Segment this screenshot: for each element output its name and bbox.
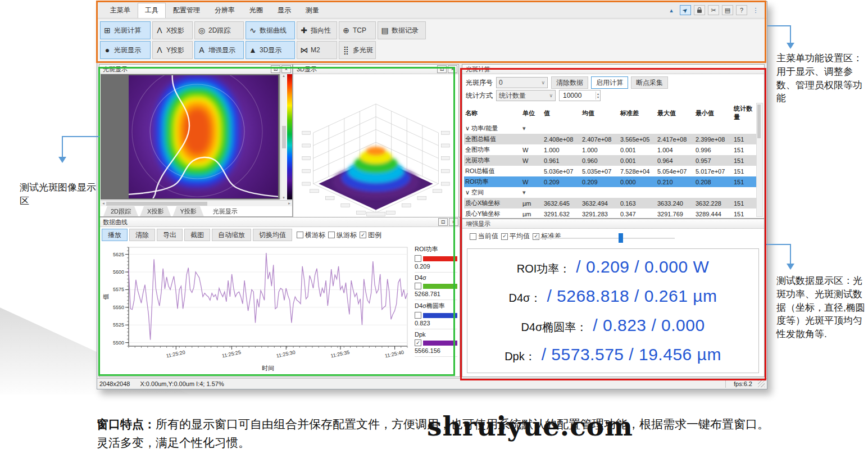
自动缩放-button[interactable]: 自动缩放 <box>212 229 251 241</box>
menu-tab-主菜单[interactable]: 主菜单 <box>103 3 138 19</box>
checkbox-纵游标[interactable]: 纵游标 <box>328 230 357 240</box>
menu-tab-配置管理[interactable]: 配置管理 <box>166 3 207 19</box>
app-window: 主菜单工具配置管理分辨率光圈显示测量 ▴➤✂▤?⋮ ⊞光斑计算ΛX投影◎2D跟踪… <box>97 1 767 389</box>
tool-指向性[interactable]: ✚指向性 <box>297 21 337 39</box>
启用计算-button[interactable]: 启用计算 <box>591 76 628 89</box>
help-icon[interactable]: ? <box>736 5 747 15</box>
tab-光斑显示[interactable]: 光斑显示 <box>206 206 245 216</box>
menu-tab-显示[interactable]: 显示 <box>270 3 298 19</box>
checkbox-平均值[interactable]: ✓平均值 <box>501 232 530 241</box>
menu-tab-分辨率[interactable]: 分辨率 <box>207 3 242 19</box>
table-row[interactable]: ROI总幅值5.036e+075.035e+077.528e+045.054e+… <box>464 166 757 176</box>
more-icon[interactable]: ⋮ <box>750 5 761 15</box>
float-icon[interactable]: ⊡ <box>271 65 280 73</box>
清除-button[interactable]: 清除 <box>129 229 155 241</box>
切换均值-button[interactable]: 切换均值 <box>253 229 292 241</box>
data-curve-header[interactable]: 数据曲线 ⊡ × <box>99 217 460 227</box>
tool-Y投影[interactable]: ΛY投影 <box>152 41 193 59</box>
tool-M2[interactable]: ⋈M2 <box>297 41 337 59</box>
close-icon[interactable]: × <box>281 65 291 73</box>
column-header-标准差[interactable]: 标准差 <box>619 103 656 123</box>
legend-item-D4σ椭圆率: D4σ椭圆率0.823 <box>415 300 457 329</box>
table-row[interactable]: 质心X轴坐标µm3632.6453632.4940.1633633.240363… <box>464 198 757 208</box>
column-header-均值[interactable]: 均值 <box>581 103 619 123</box>
table-group-row[interactable]: ∨ 功率/能量▾ <box>464 123 757 134</box>
column-header-最大值[interactable]: 最大值 <box>656 103 694 123</box>
column-header-最小值[interactable]: 最小值 <box>694 103 733 123</box>
播放-button[interactable]: 播放 <box>102 229 128 241</box>
截图-button[interactable]: 截图 <box>184 229 210 241</box>
column-header-值[interactable]: 值 <box>543 103 581 123</box>
scroll-up-icon[interactable]: ▲ <box>282 74 285 78</box>
scrollbar-thumb[interactable] <box>282 126 286 148</box>
column-header-统计数量[interactable]: 统计数量 <box>733 103 757 123</box>
3d-plot-area[interactable] <box>294 74 457 217</box>
tool-X投影[interactable]: ΛX投影 <box>152 21 193 39</box>
table-row[interactable]: 质心Y轴坐标µm3291.6323291.2830.3473291.769328… <box>464 208 757 217</box>
pin-icon[interactable]: ➤ <box>680 5 691 15</box>
beam-image-area[interactable] <box>101 74 280 199</box>
tool-TCP[interactable]: ⊕TCP <box>339 21 376 39</box>
float-icon[interactable]: ⊡ <box>437 65 447 73</box>
legend-checkbox[interactable] <box>415 283 421 289</box>
checkbox-当前值[interactable]: 当前值 <box>470 232 498 241</box>
menu-tab-测量[interactable]: 测量 <box>298 3 326 19</box>
scrollbar-thumb[interactable] <box>106 202 207 206</box>
legend-checkbox[interactable]: ✓ <box>415 339 421 346</box>
spot-seq-select[interactable]: 0 ∨ <box>496 77 548 88</box>
document-icon[interactable]: ▤ <box>722 5 733 15</box>
tool-3D显示[interactable]: ▲3D显示 <box>246 41 295 59</box>
resize-grip-icon[interactable] <box>758 380 765 387</box>
断点采集-button[interactable]: 断点采集 <box>631 76 668 89</box>
spot-calc-header[interactable]: 光斑计算 <box>462 65 764 74</box>
scissors-icon[interactable]: ✂ <box>708 5 719 15</box>
collapse-icon[interactable]: ▴ <box>666 5 677 15</box>
table-group-row[interactable]: ∨ 空间▾ <box>464 187 757 198</box>
tool-多光斑[interactable]: ⣿多光斑 <box>339 41 376 59</box>
scrollbar-thumb[interactable] <box>757 105 761 138</box>
table-scrollbar[interactable] <box>756 103 763 217</box>
menu-tab-光圈[interactable]: 光圈 <box>242 3 270 19</box>
close-icon[interactable]: × <box>448 65 457 73</box>
checkbox-图例[interactable]: ✓图例 <box>360 230 381 240</box>
tool-数据曲线[interactable]: ∿数据曲线 <box>246 21 295 39</box>
spin-down-icon[interactable]: ▾ <box>597 96 599 99</box>
beam-vertical-scrollbar[interactable]: ▲ ▼ <box>280 74 287 199</box>
scroll-down-icon[interactable]: ▼ <box>282 196 285 199</box>
tool-增强显示[interactable]: A增强显示 <box>194 41 244 59</box>
close-icon[interactable]: × <box>449 218 458 226</box>
tab-2D跟踪[interactable]: 2D跟踪 <box>103 206 138 216</box>
stat-mode-select[interactable]: 统计数量 ∨ <box>496 90 556 101</box>
tool-光斑计算[interactable]: ⊞光斑计算 <box>100 21 151 39</box>
checkbox-横游标[interactable]: 横游标 <box>297 230 325 240</box>
spot-display-header[interactable]: 光斑显示 ⊡ × <box>99 65 292 74</box>
table-row[interactable]: 全图功率W1.0001.0000.0011.0040.996151 <box>464 144 757 155</box>
3d-display-header[interactable]: 3D显示 ⊡ × <box>293 65 458 74</box>
table-row[interactable]: 全图总幅值2.408e+082.407e+083.565e+052.417e+0… <box>464 134 757 144</box>
legend-checkbox[interactable] <box>415 255 421 262</box>
table-row[interactable]: ROI功率W0.2090.2090.0000.2100.208151 <box>464 176 757 187</box>
清除数据-button[interactable]: 清除数据 <box>551 76 588 89</box>
column-header-单位[interactable]: 单位 <box>521 103 543 123</box>
trend-chart[interactable]: 55005525555055755600562511:25:2011:25:25… <box>101 243 413 375</box>
enhanced-display-panel: 增强显示 当前值✓平均值✓标准差 ROI功率：/ 0.209 / 0.000 W… <box>462 219 765 377</box>
tab-Y投影[interactable]: Y投影 <box>172 206 203 216</box>
enhanced-display-header[interactable]: 增强显示 <box>462 219 764 229</box>
stat-count-spinner[interactable]: 10000 ▴ ▾ <box>559 90 601 101</box>
tool-2D跟踪[interactable]: ◎2D跟踪 <box>194 21 244 39</box>
float-icon[interactable]: ⊡ <box>438 218 448 226</box>
tool-数据记录[interactable]: ▤数据记录 <box>378 21 426 39</box>
导出-button[interactable]: 导出 <box>157 229 183 241</box>
beam-horizontal-scrollbar[interactable]: ◄ ► <box>101 200 292 206</box>
menu-tab-工具[interactable]: 工具 <box>138 3 166 19</box>
lock-icon[interactable] <box>694 5 705 15</box>
enhanced-slider-track[interactable] <box>535 238 675 239</box>
scroll-right-icon[interactable]: ► <box>288 202 291 205</box>
legend-checkbox[interactable] <box>415 312 421 319</box>
column-header-名称[interactable]: 名称 <box>464 103 521 123</box>
table-row[interactable]: 光斑功率W0.9610.9600.0010.9640.957151 <box>464 155 757 166</box>
tool-光斑显示[interactable]: ●光斑显示 <box>100 41 151 59</box>
checkbox-标准差[interactable]: ✓标准差 <box>533 232 561 241</box>
enhanced-slider-handle[interactable] <box>619 233 623 243</box>
tab-X投影[interactable]: X投影 <box>140 206 171 216</box>
